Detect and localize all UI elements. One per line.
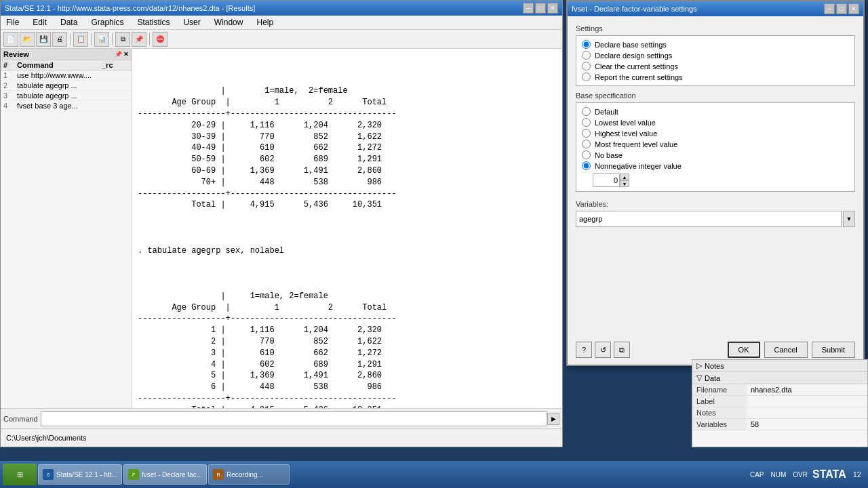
ok-button[interactable]: OK — [728, 342, 760, 358]
menu-data[interactable]: Data — [58, 17, 80, 28]
start-button[interactable]: ⊞ — [3, 464, 37, 485]
table2-prompt: . tabulate agegrp sex, nolabel — [138, 246, 284, 256]
radio-clear-current-input[interactable] — [582, 62, 591, 70]
spinner-up[interactable]: ▲ — [620, 174, 629, 180]
spinner-down[interactable]: ▼ — [620, 180, 629, 187]
variables-dropdown-btn[interactable]: ▼ — [843, 211, 855, 227]
radio-clear-current[interactable]: Clear the current settings — [582, 62, 849, 70]
radio-report-current[interactable]: Report the current settings — [582, 73, 849, 81]
review-item-4[interactable]: 4 fvset base 3 age... — [1, 101, 132, 111]
review-close[interactable]: ✕ — [123, 51, 129, 58]
fvset-title-bar: fvset - Declare factor-variable settings… — [568, 1, 863, 16]
footer-left-buttons: ? ↺ ⧉ — [576, 342, 630, 358]
menu-window[interactable]: Window — [212, 17, 246, 28]
radio-most-frequent-input[interactable] — [582, 140, 591, 148]
toolbar-graph[interactable]: 📊 — [94, 32, 109, 47]
menu-help[interactable]: Help — [254, 17, 276, 28]
base-spec-section: Base specification Default Lowest level … — [576, 92, 855, 192]
radio-nonneg-int[interactable]: Nonnegative integer value — [582, 161, 849, 170]
status-bar: C:\Users\jch\Documents — [1, 428, 562, 446]
table1-header: | 1=male, 2=female Age Group | 1 2 Total… — [138, 86, 397, 119]
radio-report-current-input[interactable] — [582, 73, 591, 81]
toolbar-paste[interactable]: 📌 — [132, 32, 146, 47]
submit-button[interactable]: Submit — [812, 342, 855, 358]
properties-panel: ▷ Notes ▽ Data Filename nhanes2.dta Labe… — [692, 359, 868, 447]
notes-row: Notes — [692, 407, 867, 419]
radio-declare-base-input[interactable] — [582, 40, 591, 49]
taskbar-stata-label: Stata/SE 12.1 - htt... — [56, 471, 117, 479]
cancel-button[interactable]: Cancel — [764, 342, 808, 358]
radio-no-base-input[interactable] — [582, 150, 591, 159]
restore-button[interactable]: □ — [535, 3, 546, 14]
spinner-buttons: ▲ ▼ — [620, 174, 629, 187]
radio-declare-design-input[interactable] — [582, 51, 591, 60]
spinner-input[interactable] — [593, 174, 620, 187]
menu-file[interactable]: File — [3, 17, 22, 28]
notes-section[interactable]: ▷ Notes — [692, 360, 867, 372]
radio-most-frequent[interactable]: Most frequent level value — [582, 140, 849, 148]
menu-statistics[interactable]: Statistics — [134, 17, 172, 28]
fvset-restore[interactable]: □ — [836, 3, 847, 14]
toolbar-open[interactable]: 📂 — [20, 32, 35, 47]
review-item-3[interactable]: 3 tabulate agegrp ... — [1, 91, 132, 101]
settings-label: Settings — [576, 24, 855, 33]
menu-user[interactable]: User — [180, 17, 203, 28]
fvset-minimize[interactable]: ─ — [824, 3, 835, 14]
review-pin[interactable]: 📌 — [115, 51, 122, 58]
filename-row: Filename nhanes2.dta — [692, 384, 867, 396]
toolbar-copy[interactable]: ⧉ — [115, 32, 130, 47]
copy-button[interactable]: ⧉ — [614, 342, 630, 358]
variables-label: Variables: — [576, 200, 855, 208]
taskbar-fvset[interactable]: F fvset - Declare fac... — [123, 464, 207, 485]
dialog-footer: ? ↺ ⧉ OK Cancel Submit — [568, 342, 863, 358]
review-item-1[interactable]: 1 use http://www.www.... — [1, 70, 132, 81]
menu-edit[interactable]: Edit — [30, 17, 50, 28]
command-submit-btn[interactable]: ▶ — [547, 413, 559, 425]
taskbar-stata[interactable]: S Stata/SE 12.1 - htt... — [38, 464, 122, 485]
minimize-button[interactable]: ─ — [523, 3, 534, 14]
filename-key: Filename — [692, 384, 747, 395]
variables-key: Variables — [692, 419, 747, 430]
results-area: | 1=male, 2=female Age Group | 1 2 Total… — [132, 49, 562, 408]
variables-val: 58 — [747, 419, 867, 430]
radio-highest-input[interactable] — [582, 129, 591, 138]
radio-no-base[interactable]: No base — [582, 150, 849, 159]
main-content: Review 📌 ✕ # Command _rc 1 use http://ww… — [1, 49, 562, 408]
reset-button[interactable]: ↺ — [595, 342, 611, 358]
radio-default[interactable]: Default — [582, 107, 849, 116]
recording-taskbar-icon: R — [213, 469, 224, 480]
toolbar-print[interactable]: 🖨 — [52, 32, 67, 47]
radio-lowest[interactable]: Lowest level value — [582, 118, 849, 127]
toolbar-sep2 — [91, 33, 92, 45]
close-button[interactable]: ✕ — [547, 3, 558, 14]
radio-highest[interactable]: Highest level value — [582, 129, 849, 138]
data-section[interactable]: ▽ Data — [692, 372, 867, 384]
fvset-body: Settings Declare base settings Declare d… — [568, 16, 863, 235]
fvset-taskbar-icon: F — [128, 469, 139, 480]
review-item-2[interactable]: 2 tabulate agegrp ... — [1, 81, 132, 91]
footer-right-buttons: OK Cancel Submit — [728, 342, 855, 358]
menu-graphics[interactable]: Graphics — [88, 17, 126, 28]
toolbar-break[interactable]: ⛔ — [153, 32, 167, 47]
command-bar: Command ▶ — [1, 408, 562, 428]
radio-nonneg-int-input[interactable] — [582, 161, 591, 170]
radio-declare-design[interactable]: Declare design settings — [582, 51, 849, 60]
base-spec-radio-group: Default Lowest level value Highest level… — [576, 102, 855, 192]
spinner-container: ▲ ▼ — [593, 174, 849, 187]
help-button[interactable]: ? — [576, 342, 592, 358]
toolbar-save[interactable]: 💾 — [36, 32, 51, 47]
taskbar-recording[interactable]: R Recording... — [208, 464, 290, 485]
stata-window-controls: ─ □ ✕ — [523, 3, 558, 14]
stata-main-window: Stata/SE 12.1 - http://www.stata-press.c… — [0, 0, 563, 447]
fvset-close[interactable]: ✕ — [848, 3, 859, 14]
review-label: Review — [3, 50, 29, 58]
radio-declare-base[interactable]: Declare base settings — [582, 40, 849, 49]
radio-default-input[interactable] — [582, 107, 591, 116]
table1-row1: 20-29 | 1,116 1,204 2,320 30-39 | 770 85… — [138, 121, 397, 210]
variables-input[interactable] — [576, 211, 842, 227]
command-input[interactable] — [41, 411, 547, 426]
toolbar-new[interactable]: 📄 — [3, 32, 18, 47]
review-rc-col: _rc — [102, 61, 129, 69]
radio-lowest-input[interactable] — [582, 118, 591, 127]
toolbar-log[interactable]: 📋 — [73, 32, 88, 47]
